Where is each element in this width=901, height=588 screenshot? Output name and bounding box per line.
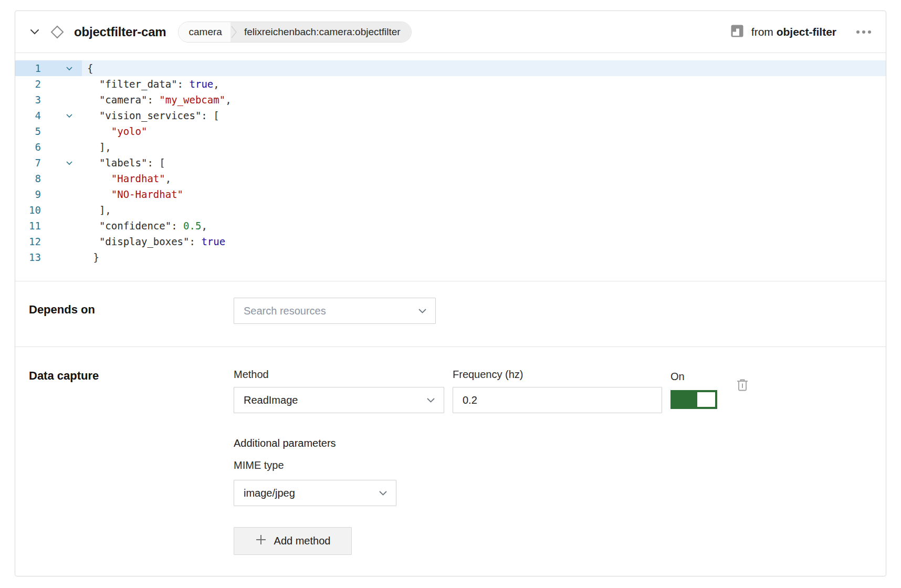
code-text: { — [82, 60, 93, 76]
line-number: 11 — [15, 218, 41, 234]
on-toggle[interactable] — [670, 390, 717, 409]
delete-method-button[interactable] — [736, 377, 749, 413]
code-line[interactable]: 1{ — [15, 60, 886, 76]
frequency-input[interactable] — [463, 394, 653, 406]
mime-type-value: image/jpeg — [244, 487, 295, 499]
code-line[interactable]: 3 "camera": "my_webcam", — [15, 92, 886, 108]
code-line[interactable]: 13 } — [15, 249, 886, 265]
line-number: 9 — [15, 186, 41, 202]
trash-icon — [736, 377, 749, 413]
code-text: "camera": "my_webcam", — [82, 92, 232, 108]
on-label: On — [670, 370, 717, 383]
line-number: 10 — [15, 202, 41, 218]
fold-spacer — [41, 139, 82, 155]
code-line[interactable]: 9 "NO-Hardhat" — [15, 186, 886, 202]
resource-name: objectfilter-cam — [74, 25, 166, 39]
data-capture-section: Data capture Method ReadImage Frequency … — [15, 346, 886, 576]
fold-spacer — [41, 234, 82, 249]
code-text: "NO-Hardhat" — [82, 186, 183, 202]
frequency-label: Frequency (hz) — [453, 368, 662, 381]
depends-on-select[interactable] — [234, 298, 436, 324]
ellipsis-menu-icon[interactable] — [855, 30, 872, 34]
code-line[interactable]: 10 ], — [15, 202, 886, 218]
code-line[interactable]: 4 "vision_services": [ — [15, 108, 886, 123]
code-text: ], — [82, 202, 111, 218]
line-number: 8 — [15, 171, 41, 186]
additional-parameters-label: Additional parameters — [234, 437, 749, 449]
from-module-text: from object-filter — [751, 26, 836, 38]
editor-gutter: 4 — [15, 108, 82, 123]
editor-gutter: 6 — [15, 139, 82, 155]
code-line[interactable]: 5 "yolo" — [15, 123, 886, 139]
code-line[interactable]: 6 ], — [15, 139, 886, 155]
editor-gutter: 3 — [15, 92, 82, 108]
editor-gutter: 8 — [15, 171, 82, 186]
code-line[interactable]: 11 "confidence": 0.5, — [15, 218, 886, 234]
depends-on-label: Depends on — [29, 298, 234, 324]
chevron-down-icon — [379, 490, 387, 496]
code-line[interactable]: 2 "filter_data": true, — [15, 76, 886, 92]
code-text: ], — [82, 139, 111, 155]
line-number: 3 — [15, 92, 41, 108]
code-line[interactable]: 8 "Hardhat", — [15, 171, 886, 186]
code-text: "yolo" — [82, 123, 147, 139]
code-line[interactable]: 7 "labels": [ — [15, 155, 886, 171]
code-text: "display_boxes": true — [82, 234, 225, 249]
plus-icon — [255, 534, 267, 548]
resource-card-header: objectfilter-cam camera felixreichenbach… — [15, 11, 886, 53]
component-diamond-icon — [50, 25, 65, 39]
editor-gutter: 12 — [15, 234, 82, 249]
collapse-chevron-icon[interactable] — [29, 26, 40, 38]
mime-type-select[interactable]: image/jpeg — [234, 480, 396, 506]
fold-spacer — [41, 92, 82, 108]
frequency-field — [453, 387, 662, 413]
editor-gutter: 10 — [15, 202, 82, 218]
editor-gutter: 2 — [15, 76, 82, 92]
depends-on-section: Depends on — [15, 281, 886, 346]
method-select[interactable]: ReadImage — [234, 387, 444, 413]
line-number: 4 — [15, 108, 41, 123]
line-number: 2 — [15, 76, 41, 92]
fold-spacer — [41, 249, 82, 265]
fold-spacer — [41, 202, 82, 218]
fold-spacer — [41, 123, 82, 139]
fold-spacer — [41, 76, 82, 92]
fold-chevron-icon[interactable] — [41, 155, 82, 171]
line-number: 1 — [15, 60, 41, 76]
data-capture-form: Method ReadImage Frequency (hz) — [234, 368, 749, 555]
editor-gutter: 9 — [15, 186, 82, 202]
fold-chevron-icon[interactable] — [41, 108, 82, 123]
data-capture-label: Data capture — [29, 368, 234, 555]
module-icon — [730, 24, 744, 40]
mime-type-label: MIME type — [234, 459, 749, 471]
editor-gutter: 11 — [15, 218, 82, 234]
add-method-button[interactable]: Add method — [234, 527, 352, 555]
code-text: "filter_data": true, — [82, 76, 219, 92]
fold-spacer — [41, 218, 82, 234]
from-label: from — [751, 26, 773, 38]
header-right-group: from object-filter — [730, 24, 872, 40]
toggle-knob — [697, 392, 715, 407]
editor-gutter: 1 — [15, 60, 82, 76]
method-value: ReadImage — [244, 394, 298, 406]
editor-gutter: 7 — [15, 155, 82, 171]
fold-spacer — [41, 171, 82, 186]
editor-gutter: 13 — [15, 249, 82, 265]
code-text: } — [82, 249, 99, 265]
add-method-label: Add method — [274, 535, 331, 547]
chevron-down-icon — [418, 308, 427, 314]
code-line[interactable]: 12 "display_boxes": true — [15, 234, 886, 249]
line-number: 13 — [15, 249, 41, 265]
badge-chevron-icon — [231, 22, 238, 42]
code-editor[interactable]: 1{2 "filter_data": true,3 "camera": "my_… — [15, 53, 886, 281]
chevron-down-icon — [426, 397, 435, 403]
badge-model-label: felixreichenbach:camera:objectfilter — [238, 22, 411, 42]
editor-gutter: 5 — [15, 123, 82, 139]
resource-card: objectfilter-cam camera felixreichenbach… — [15, 10, 886, 576]
badge-type-label: camera — [179, 22, 231, 42]
from-module-name[interactable]: object-filter — [777, 26, 836, 38]
fold-chevron-icon[interactable] — [41, 60, 82, 76]
resource-type-badge: camera felixreichenbach:camera:objectfil… — [178, 22, 412, 43]
line-number: 12 — [15, 234, 41, 249]
resources-search-input[interactable] — [244, 305, 418, 317]
